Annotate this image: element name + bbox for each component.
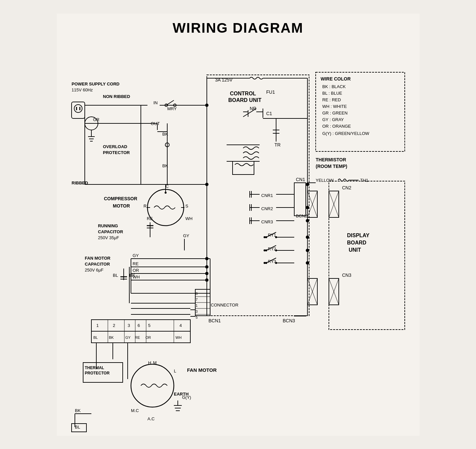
svg-text:BOARD UNIT: BOARD UNIT	[228, 97, 262, 103]
svg-point-255	[306, 249, 309, 252]
svg-text:CONNECTOR: CONNECTOR	[211, 303, 238, 307]
svg-text:PROTECTOR: PROTECTOR	[85, 371, 110, 375]
svg-text:CNR1: CNR1	[261, 193, 273, 198]
svg-text:RE: RE	[147, 216, 153, 221]
svg-point-257	[205, 257, 208, 260]
svg-text:2: 2	[113, 323, 115, 328]
svg-text:A.C: A.C	[147, 416, 155, 421]
svg-text:BL: BL	[75, 425, 80, 430]
svg-text:CONTROL: CONTROL	[230, 91, 256, 96]
svg-text:R: R	[143, 204, 146, 208]
svg-point-256	[306, 261, 309, 265]
svg-point-260	[205, 278, 208, 282]
svg-point-252	[306, 206, 309, 209]
svg-text:1: 1	[196, 304, 198, 307]
svg-text:C1: C1	[266, 111, 272, 116]
svg-text:3: 3	[196, 309, 198, 313]
svg-text:THERMAL: THERMAL	[85, 366, 104, 370]
svg-text:WH : WHITE: WH : WHITE	[322, 104, 347, 109]
svg-point-61	[275, 236, 277, 238]
svg-text:250V 6μF: 250V 6μF	[85, 268, 104, 273]
svg-point-259	[205, 272, 208, 275]
svg-text:RUNNING: RUNNING	[98, 223, 118, 228]
svg-text:RE: RE	[133, 261, 139, 266]
svg-point-251	[306, 183, 309, 186]
svg-text:M: M	[153, 360, 157, 365]
svg-text:OR: OR	[133, 268, 139, 273]
svg-text:GY: GY	[183, 233, 189, 238]
svg-text:CNR2: CNR2	[261, 206, 273, 211]
svg-point-258	[205, 265, 208, 269]
svg-text:GY : GRAY: GY : GRAY	[322, 117, 344, 122]
svg-point-139	[165, 192, 167, 194]
svg-text:RE : RED: RE : RED	[322, 97, 341, 102]
svg-text:PROTECTOR: PROTECTOR	[103, 150, 130, 155]
svg-text:WH: WH	[185, 216, 193, 221]
svg-text:CN1: CN1	[296, 177, 305, 182]
svg-text:MRY: MRY	[167, 106, 177, 111]
svg-text:BL : BLUE: BL : BLUE	[322, 91, 342, 96]
svg-point-250	[205, 104, 208, 107]
svg-text:OR : ORANGE: OR : ORANGE	[322, 124, 351, 129]
svg-text:OVERLOAD: OVERLOAD	[103, 144, 127, 149]
svg-point-253	[306, 219, 309, 222]
svg-text:BK : BLACK: BK : BLACK	[322, 84, 346, 89]
svg-text:YELLOW: YELLOW	[316, 178, 334, 183]
svg-text:TR: TR	[274, 142, 281, 147]
svg-text:THERMISTOR: THERMISTOR	[316, 157, 346, 162]
diagram-area: WIRE COLOR BK : BLACK BL : BLUE RE : RED…	[63, 39, 413, 435]
svg-text:BL: BL	[113, 273, 118, 278]
svg-text:CNR3: CNR3	[261, 219, 273, 224]
svg-text:BL: BL	[93, 336, 98, 339]
svg-text:3: 3	[128, 323, 130, 328]
svg-text:CN3: CN3	[342, 273, 351, 278]
svg-point-73	[275, 262, 277, 264]
svg-text:4: 4	[179, 323, 182, 328]
svg-text:RE: RE	[135, 336, 140, 339]
svg-text:GY: GY	[133, 253, 139, 258]
svg-text:FAN MOTOR: FAN MOTOR	[85, 256, 111, 261]
svg-text:7: 7	[196, 298, 198, 302]
svg-text:TH1: TH1	[360, 178, 368, 183]
svg-text:POWER SUPPLY CORD: POWER SUPPLY CORD	[72, 81, 119, 86]
page-title: WIRING DIAGRAM	[63, 20, 413, 36]
svg-text:GR: GR	[93, 117, 100, 122]
svg-text:BCN3: BCN3	[283, 318, 295, 323]
svg-text:BK: BK	[162, 163, 168, 168]
svg-text:L: L	[174, 369, 176, 373]
svg-text:G(Y) : GREEN/YELLOW: G(Y) : GREEN/YELLOW	[322, 131, 369, 136]
svg-point-249	[205, 183, 208, 186]
svg-text:1: 1	[96, 323, 99, 328]
svg-text:IN: IN	[153, 100, 158, 105]
svg-text:5: 5	[148, 323, 150, 328]
svg-text:S: S	[185, 204, 188, 208]
svg-text:WH: WH	[175, 336, 181, 339]
svg-text:BK: BK	[75, 408, 81, 413]
svg-text:5: 5	[196, 315, 198, 319]
wiring-diagram-svg: WIRE COLOR BK : BLACK BL : BLUE RE : RED…	[63, 39, 413, 435]
svg-text:CAPACITOR: CAPACITOR	[98, 229, 123, 234]
page-container: WIRING DIAGRAM WIRE COLOR BK : BLACK BL …	[57, 14, 420, 436]
svg-text:FU1: FU1	[266, 89, 275, 95]
svg-text:BK: BK	[109, 336, 114, 339]
svg-text:GY: GY	[125, 336, 131, 339]
svg-text:FAN MOTOR: FAN MOTOR	[187, 367, 217, 373]
svg-text:GR : GREEN: GR : GREEN	[322, 111, 348, 115]
svg-text:RY1: RY1	[268, 233, 276, 238]
svg-text:M.C: M.C	[131, 408, 139, 413]
svg-text:UNIT: UNIT	[349, 247, 361, 253]
svg-text:250V 35μF: 250V 35μF	[98, 235, 119, 240]
svg-text:COMPRESSOR: COMPRESSOR	[104, 196, 137, 201]
svg-text:115V 60Hz: 115V 60Hz	[72, 87, 93, 92]
svg-text:BOARD: BOARD	[347, 240, 366, 245]
svg-text:DISPLAY: DISPLAY	[347, 233, 369, 238]
svg-text:CAPACITOR: CAPACITOR	[85, 262, 110, 267]
svg-point-254	[306, 236, 309, 239]
svg-text:BCN1: BCN1	[208, 318, 221, 323]
svg-text:6: 6	[138, 323, 140, 328]
svg-text:(ROOM TEMP): (ROOM TEMP)	[316, 164, 347, 169]
svg-text:MOTOR: MOTOR	[113, 203, 130, 208]
svg-text:BCN2: BCN2	[296, 213, 307, 218]
svg-text:WH: WH	[133, 274, 140, 279]
svg-point-67	[275, 249, 277, 251]
